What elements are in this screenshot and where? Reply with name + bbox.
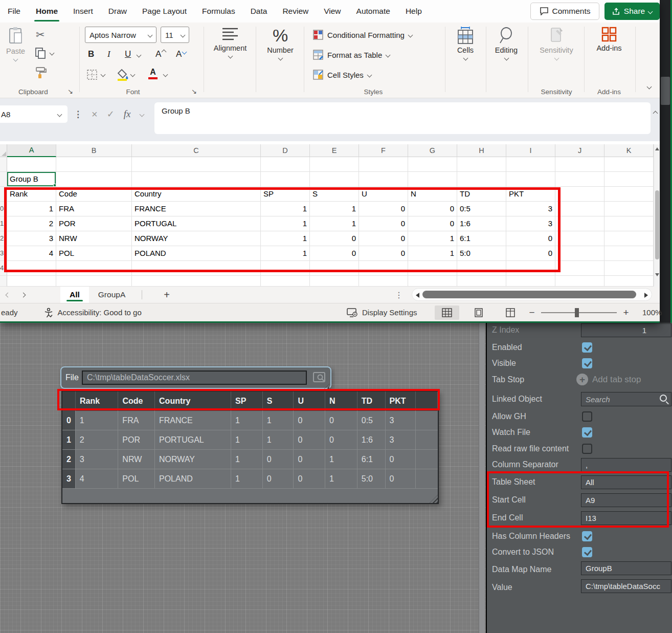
cell[interactable] — [457, 276, 506, 287]
cell[interactable] — [604, 157, 654, 172]
cell[interactable]: 2 — [7, 216, 56, 231]
menu-view[interactable]: View — [316, 0, 348, 23]
grow-font-button[interactable]: A — [155, 49, 166, 59]
cell[interactable] — [555, 261, 604, 276]
menu-file[interactable]: File — [0, 0, 28, 23]
paste-button[interactable]: Paste — [6, 27, 25, 61]
prev-sheet-button[interactable] — [0, 293, 15, 297]
scroll-right-icon[interactable] — [644, 293, 648, 298]
row-header[interactable]: 0 — [0, 202, 7, 216]
cell[interactable]: S — [310, 187, 359, 202]
scrollbar-thumb[interactable] — [422, 291, 636, 298]
cell[interactable] — [408, 276, 457, 287]
cell[interactable]: TD — [457, 187, 506, 202]
cell[interactable] — [132, 276, 261, 287]
cell[interactable]: 1 — [261, 231, 310, 246]
cell[interactable]: 0 — [310, 246, 359, 261]
page-break-view-button[interactable] — [498, 305, 523, 320]
cell[interactable] — [506, 172, 555, 187]
row-header[interactable]: 2 — [0, 231, 7, 246]
browse-file-icon[interactable] — [313, 372, 326, 384]
cell[interactable]: POLAND — [132, 246, 261, 261]
zoom-slider-thumb[interactable] — [575, 308, 579, 317]
sheet-tab-groupa[interactable]: GroupA — [89, 287, 135, 303]
chevron-down-icon[interactable] — [50, 51, 55, 56]
cell[interactable]: U — [359, 187, 408, 202]
cell[interactable]: POR — [56, 216, 132, 231]
column-header-e[interactable]: E — [310, 144, 359, 157]
column-header-k[interactable]: K — [604, 144, 654, 157]
cell[interactable] — [310, 261, 359, 276]
cell[interactable] — [310, 172, 359, 187]
cell[interactable] — [604, 276, 654, 287]
column-header-a[interactable]: A — [7, 144, 56, 157]
cell[interactable]: 1 — [408, 231, 457, 246]
enabled-checkbox[interactable] — [582, 342, 592, 353]
cell[interactable] — [604, 172, 654, 187]
zoom-out-button[interactable]: − — [527, 307, 537, 318]
cell[interactable] — [359, 172, 408, 187]
cell[interactable] — [261, 157, 310, 172]
format-painter-icon[interactable] — [35, 67, 47, 79]
cell[interactable]: 0 — [359, 246, 408, 261]
cell-styles-button[interactable]: Cell Styles — [313, 70, 371, 80]
add-tab-stop-button[interactable]: + Add tab stop — [576, 374, 641, 385]
linked-object-search-input[interactable] — [581, 392, 671, 406]
cell[interactable]: 1 — [310, 202, 359, 216]
horizontal-scrollbar[interactable] — [412, 288, 652, 301]
cell[interactable] — [604, 187, 654, 202]
column-header-i[interactable]: I — [506, 144, 555, 157]
cell[interactable]: 1 — [261, 246, 310, 261]
cell[interactable]: 0 — [310, 231, 359, 246]
value-input[interactable] — [581, 579, 671, 593]
zoom-in-button[interactable]: + — [621, 307, 631, 318]
cell[interactable]: SP — [261, 187, 310, 202]
chevron-down-icon[interactable] — [137, 53, 142, 58]
cell[interactable] — [7, 276, 56, 287]
column-header-j[interactable]: J — [555, 144, 604, 157]
cell[interactable] — [408, 172, 457, 187]
cells-button[interactable]: Cells — [451, 27, 480, 60]
cell[interactable]: 0 — [506, 246, 555, 261]
sheet-tab-all[interactable]: All — [60, 287, 89, 303]
cell[interactable]: 3 — [506, 202, 555, 216]
scroll-left-icon[interactable] — [416, 293, 419, 298]
tab-options-icon[interactable]: ⋮ — [395, 290, 403, 300]
menu-page-layout[interactable]: Page Layout — [135, 0, 194, 23]
z-index-input[interactable] — [581, 323, 671, 337]
cell[interactable]: 0:5 — [457, 202, 506, 216]
cell[interactable] — [555, 187, 604, 202]
canvas-scrollbar[interactable] — [479, 323, 485, 633]
clipboard-dialog-launcher[interactable]: ↘ — [68, 88, 73, 95]
menu-draw[interactable]: Draw — [101, 0, 135, 23]
cell[interactable]: 4 — [7, 246, 56, 261]
editing-button[interactable]: Editing — [490, 27, 523, 60]
alignment-button[interactable]: Alignment — [210, 27, 251, 58]
cell[interactable] — [555, 276, 604, 287]
number-button[interactable]: % Number — [262, 27, 299, 60]
cell[interactable] — [7, 157, 56, 172]
menu-home[interactable]: Home — [28, 0, 65, 23]
cell[interactable]: FRA — [56, 202, 132, 216]
file-path-input[interactable] — [82, 370, 307, 385]
cell[interactable] — [604, 202, 654, 216]
chevron-down-icon[interactable] — [163, 72, 168, 77]
cell[interactable] — [555, 216, 604, 231]
cell[interactable] — [555, 202, 604, 216]
scroll-up-icon[interactable] — [655, 147, 659, 150]
designer-canvas[interactable]: File Rank Code Country SP S U N TD PKT — [0, 323, 486, 633]
cell[interactable]: 1 — [310, 216, 359, 231]
cell[interactable] — [359, 276, 408, 287]
cancel-icon[interactable]: × — [92, 108, 98, 120]
cell[interactable] — [132, 261, 261, 276]
zoom-level[interactable]: 100% — [642, 308, 667, 317]
menu-formulas[interactable]: Formulas — [194, 0, 243, 23]
shrink-font-button[interactable]: A — [176, 49, 186, 59]
splitter-dots-icon[interactable]: ⋮ — [74, 109, 82, 120]
cell[interactable]: NORWAY — [132, 231, 261, 246]
sensitivity-button[interactable]: Sensitivity — [535, 27, 578, 60]
vertical-scrollbar[interactable] — [654, 144, 660, 287]
cell[interactable]: POL — [56, 246, 132, 261]
copy-icon[interactable] — [35, 47, 46, 59]
cell[interactable]: 5:0 — [457, 246, 506, 261]
